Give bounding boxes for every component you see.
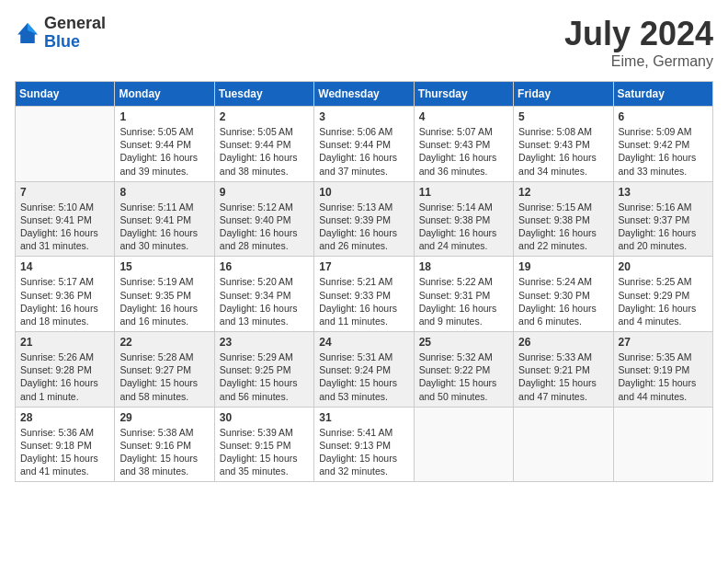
- day-number: 17: [319, 260, 408, 273]
- day-number: 22: [119, 336, 209, 349]
- calendar-day-cell: 23Sunrise: 5:29 AM Sunset: 9:25 PM Dayli…: [214, 332, 313, 408]
- calendar-day-cell: 7Sunrise: 5:10 AM Sunset: 9:41 PM Daylig…: [16, 181, 115, 257]
- day-number: 21: [20, 336, 109, 349]
- day-number: 11: [419, 186, 508, 199]
- day-of-week-header: Sunday: [16, 82, 115, 107]
- calendar-day-cell: 14Sunrise: 5:17 AM Sunset: 9:36 PM Dayli…: [16, 257, 115, 332]
- calendar-day-cell: 24Sunrise: 5:31 AM Sunset: 9:24 PM Dayli…: [314, 332, 414, 408]
- calendar-day-cell: 17Sunrise: 5:21 AM Sunset: 9:33 PM Dayli…: [314, 257, 414, 332]
- calendar-day-cell: 2Sunrise: 5:05 AM Sunset: 9:44 PM Daylig…: [214, 107, 313, 182]
- day-number: 12: [518, 186, 608, 199]
- day-info: Sunrise: 5:09 AM Sunset: 9:42 PM Dayligh…: [619, 125, 708, 178]
- day-number: 13: [619, 186, 708, 199]
- calendar-day-cell: 12Sunrise: 5:15 AM Sunset: 9:38 PM Dayli…: [514, 181, 613, 257]
- day-number: 16: [220, 260, 309, 273]
- calendar-day-cell: [16, 107, 115, 182]
- day-number: 28: [20, 411, 109, 424]
- day-of-week-header: Thursday: [414, 82, 513, 107]
- logo-text: General Blue: [44, 15, 106, 52]
- day-info: Sunrise: 5:26 AM Sunset: 9:28 PM Dayligh…: [20, 350, 109, 403]
- calendar-day-cell: 20Sunrise: 5:25 AM Sunset: 9:29 PM Dayli…: [613, 257, 712, 332]
- calendar-day-cell: 13Sunrise: 5:16 AM Sunset: 9:37 PM Dayli…: [613, 181, 712, 257]
- calendar-week-row: 14Sunrise: 5:17 AM Sunset: 9:36 PM Dayli…: [16, 257, 713, 332]
- logo-general-text: General: [44, 15, 106, 33]
- calendar-week-row: 1Sunrise: 5:05 AM Sunset: 9:44 PM Daylig…: [16, 107, 713, 182]
- day-number: 25: [419, 336, 508, 349]
- day-info: Sunrise: 5:14 AM Sunset: 9:38 PM Dayligh…: [419, 201, 508, 253]
- page-header: General Blue July 2024 Eime, Germany: [15, 15, 713, 70]
- calendar-day-cell: 30Sunrise: 5:39 AM Sunset: 9:15 PM Dayli…: [214, 407, 313, 482]
- day-number: 24: [319, 336, 408, 349]
- day-info: Sunrise: 5:28 AM Sunset: 9:27 PM Dayligh…: [119, 350, 209, 403]
- day-info: Sunrise: 5:05 AM Sunset: 9:44 PM Dayligh…: [220, 125, 309, 178]
- logo-blue-text: Blue: [44, 33, 106, 52]
- calendar-day-cell: 31Sunrise: 5:41 AM Sunset: 9:13 PM Dayli…: [314, 407, 414, 482]
- logo: General Blue: [15, 15, 106, 52]
- day-info: Sunrise: 5:19 AM Sunset: 9:35 PM Dayligh…: [119, 275, 209, 327]
- calendar-week-row: 28Sunrise: 5:36 AM Sunset: 9:18 PM Dayli…: [16, 407, 713, 482]
- day-info: Sunrise: 5:25 AM Sunset: 9:29 PM Dayligh…: [619, 275, 708, 327]
- calendar-day-cell: 11Sunrise: 5:14 AM Sunset: 9:38 PM Dayli…: [414, 181, 513, 257]
- day-number: 31: [319, 411, 408, 424]
- day-number: 14: [20, 260, 109, 273]
- logo-icon: [15, 20, 40, 46]
- calendar-day-cell: 5Sunrise: 5:08 AM Sunset: 9:43 PM Daylig…: [514, 107, 613, 182]
- day-number: 9: [220, 186, 309, 199]
- day-number: 6: [619, 110, 708, 123]
- calendar-day-cell: 9Sunrise: 5:12 AM Sunset: 9:40 PM Daylig…: [214, 181, 313, 257]
- calendar-day-cell: 29Sunrise: 5:38 AM Sunset: 9:16 PM Dayli…: [115, 407, 214, 482]
- day-number: 19: [518, 260, 608, 273]
- day-info: Sunrise: 5:24 AM Sunset: 9:30 PM Dayligh…: [518, 275, 608, 327]
- day-number: 26: [518, 336, 608, 349]
- day-info: Sunrise: 5:31 AM Sunset: 9:24 PM Dayligh…: [319, 350, 408, 403]
- day-info: Sunrise: 5:38 AM Sunset: 9:16 PM Dayligh…: [119, 426, 209, 478]
- calendar-day-cell: 25Sunrise: 5:32 AM Sunset: 9:22 PM Dayli…: [414, 332, 513, 408]
- day-info: Sunrise: 5:41 AM Sunset: 9:13 PM Dayligh…: [319, 426, 408, 478]
- day-info: Sunrise: 5:39 AM Sunset: 9:15 PM Dayligh…: [220, 426, 309, 478]
- day-info: Sunrise: 5:33 AM Sunset: 9:21 PM Dayligh…: [518, 350, 608, 403]
- calendar-day-cell: 21Sunrise: 5:26 AM Sunset: 9:28 PM Dayli…: [16, 332, 115, 408]
- location-subtitle: Eime, Germany: [564, 53, 713, 70]
- calendar-week-row: 21Sunrise: 5:26 AM Sunset: 9:28 PM Dayli…: [16, 332, 713, 408]
- month-year-title: July 2024: [564, 15, 713, 53]
- calendar-day-cell: [613, 407, 712, 482]
- calendar-header-row: SundayMondayTuesdayWednesdayThursdayFrid…: [16, 82, 713, 107]
- day-info: Sunrise: 5:20 AM Sunset: 9:34 PM Dayligh…: [220, 275, 309, 327]
- calendar-day-cell: 19Sunrise: 5:24 AM Sunset: 9:30 PM Dayli…: [514, 257, 613, 332]
- day-info: Sunrise: 5:16 AM Sunset: 9:37 PM Dayligh…: [619, 201, 708, 253]
- day-number: 4: [419, 110, 508, 123]
- day-number: 1: [119, 110, 209, 123]
- calendar-day-cell: 10Sunrise: 5:13 AM Sunset: 9:39 PM Dayli…: [314, 181, 414, 257]
- day-info: Sunrise: 5:12 AM Sunset: 9:40 PM Dayligh…: [220, 201, 309, 253]
- day-of-week-header: Saturday: [613, 82, 712, 107]
- day-number: 20: [619, 260, 708, 273]
- day-number: 27: [619, 336, 708, 349]
- calendar-day-cell: 26Sunrise: 5:33 AM Sunset: 9:21 PM Dayli…: [514, 332, 613, 408]
- calendar-week-row: 7Sunrise: 5:10 AM Sunset: 9:41 PM Daylig…: [16, 181, 713, 257]
- day-info: Sunrise: 5:06 AM Sunset: 9:44 PM Dayligh…: [319, 125, 408, 178]
- day-number: 29: [119, 411, 209, 424]
- calendar-day-cell: 28Sunrise: 5:36 AM Sunset: 9:18 PM Dayli…: [16, 407, 115, 482]
- day-number: 2: [220, 110, 309, 123]
- day-of-week-header: Friday: [514, 82, 613, 107]
- calendar-table: SundayMondayTuesdayWednesdayThursdayFrid…: [15, 81, 713, 482]
- day-info: Sunrise: 5:35 AM Sunset: 9:19 PM Dayligh…: [619, 350, 708, 403]
- day-number: 23: [220, 336, 309, 349]
- day-info: Sunrise: 5:08 AM Sunset: 9:43 PM Dayligh…: [518, 125, 608, 178]
- day-number: 18: [419, 260, 508, 273]
- day-of-week-header: Monday: [115, 82, 214, 107]
- day-number: 7: [20, 186, 109, 199]
- calendar-day-cell: 3Sunrise: 5:06 AM Sunset: 9:44 PM Daylig…: [314, 107, 414, 182]
- day-info: Sunrise: 5:36 AM Sunset: 9:18 PM Dayligh…: [20, 426, 109, 478]
- calendar-day-cell: 4Sunrise: 5:07 AM Sunset: 9:43 PM Daylig…: [414, 107, 513, 182]
- day-number: 8: [119, 186, 209, 199]
- day-number: 3: [319, 110, 408, 123]
- day-of-week-header: Tuesday: [214, 82, 313, 107]
- day-info: Sunrise: 5:15 AM Sunset: 9:38 PM Dayligh…: [518, 201, 608, 253]
- day-info: Sunrise: 5:10 AM Sunset: 9:41 PM Dayligh…: [20, 201, 109, 253]
- calendar-day-cell: 22Sunrise: 5:28 AM Sunset: 9:27 PM Dayli…: [115, 332, 214, 408]
- day-info: Sunrise: 5:05 AM Sunset: 9:44 PM Dayligh…: [119, 125, 209, 178]
- day-info: Sunrise: 5:22 AM Sunset: 9:31 PM Dayligh…: [419, 275, 508, 327]
- day-info: Sunrise: 5:32 AM Sunset: 9:22 PM Dayligh…: [419, 350, 508, 403]
- day-info: Sunrise: 5:13 AM Sunset: 9:39 PM Dayligh…: [319, 201, 408, 253]
